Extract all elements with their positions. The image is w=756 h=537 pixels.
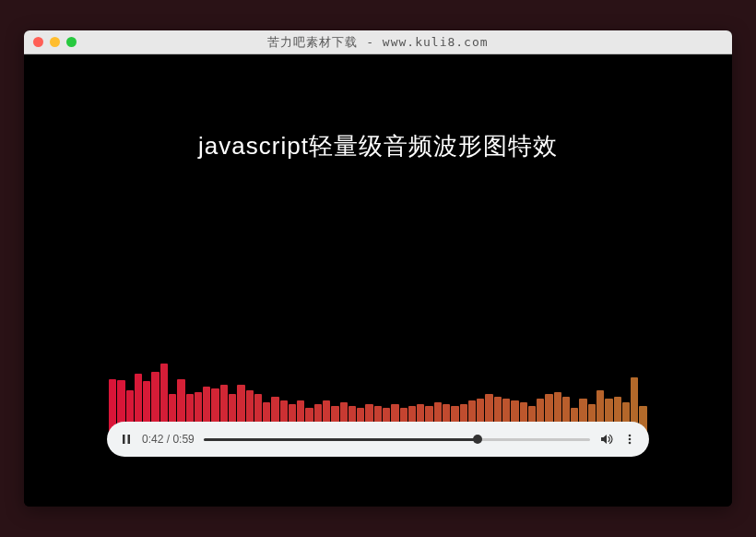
close-icon[interactable] — [33, 37, 43, 47]
minimize-icon[interactable] — [50, 37, 60, 47]
waveform-bars — [107, 337, 649, 433]
svg-point-3 — [629, 438, 632, 441]
svg-rect-0 — [123, 435, 125, 444]
current-time: 0:42 — [142, 433, 163, 446]
progress-fill — [204, 438, 478, 441]
traffic-lights — [33, 37, 77, 47]
menu-button[interactable] — [623, 433, 636, 446]
progress-slider[interactable] — [204, 438, 590, 441]
svg-rect-1 — [128, 435, 131, 444]
waveform-container: 0:42 / 0:59 — [107, 337, 649, 457]
page-title: javascript轻量级音频波形图特效 — [42, 130, 714, 162]
pause-icon — [120, 433, 133, 446]
audio-player: 0:42 / 0:59 — [107, 422, 649, 457]
svg-point-2 — [629, 435, 632, 437]
window-title: 苦力吧素材下载 - www.kuli8.com — [33, 34, 723, 51]
maximize-icon[interactable] — [66, 37, 77, 47]
titlebar: 苦力吧素材下载 - www.kuli8.com — [24, 30, 732, 54]
pause-button[interactable] — [120, 433, 133, 446]
svg-point-4 — [629, 442, 632, 445]
volume-button[interactable] — [599, 432, 614, 447]
time-display: 0:42 / 0:59 — [142, 433, 195, 446]
duration: 0:59 — [172, 433, 194, 446]
content-area: javascript轻量级音频波形图特效 0:42 / 0:59 — [24, 54, 732, 507]
browser-window: 苦力吧素材下载 - www.kuli8.com javascript轻量级音频波… — [24, 30, 732, 507]
more-vertical-icon — [623, 433, 636, 446]
progress-thumb[interactable] — [473, 435, 482, 444]
volume-icon — [599, 432, 614, 447]
